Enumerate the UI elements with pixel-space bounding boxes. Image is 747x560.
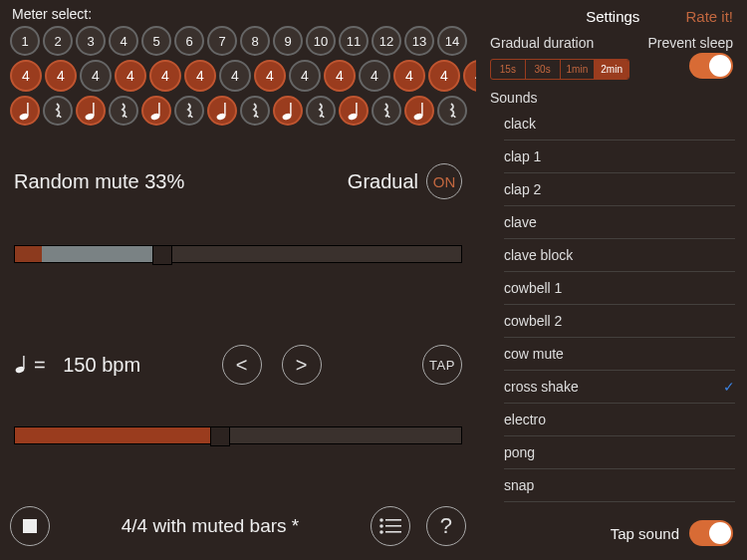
- sound-option[interactable]: snap: [504, 469, 735, 502]
- meter-count-1[interactable]: 1: [10, 26, 40, 56]
- preset-label: 4/4 with muted bars *: [122, 515, 299, 537]
- sound-option[interactable]: cow mute: [504, 338, 735, 371]
- random-mute-label: Random mute 33%: [14, 170, 184, 193]
- prevent-sleep-label: Prevent sleep: [647, 35, 733, 51]
- meter-beat-9[interactable]: 4: [289, 60, 321, 92]
- sound-option[interactable]: clap 1: [504, 140, 735, 173]
- sound-option[interactable]: clave: [504, 206, 735, 239]
- beat-rest-2[interactable]: [43, 96, 73, 126]
- meter-count-11[interactable]: 11: [339, 26, 369, 56]
- meter-beat-5[interactable]: 4: [149, 60, 181, 92]
- meter-beat-13[interactable]: 4: [428, 60, 460, 92]
- meter-row-2: 44444444444444: [8, 60, 468, 92]
- meter-beat-3[interactable]: 4: [80, 60, 112, 92]
- tap-button[interactable]: TAP: [422, 345, 462, 385]
- check-icon: ✓: [723, 379, 735, 395]
- slider-thumb[interactable]: [210, 426, 230, 446]
- tap-sound-label: Tap sound: [611, 525, 679, 542]
- duration-option-15s[interactable]: 15s: [491, 60, 526, 79]
- gradual-toggle[interactable]: ON: [426, 163, 462, 199]
- meter-beat-7[interactable]: 4: [219, 60, 251, 92]
- meter-count-8[interactable]: 8: [240, 26, 270, 56]
- tempo-up-button[interactable]: >: [282, 345, 322, 385]
- beat-note-3[interactable]: [76, 96, 106, 126]
- meter-beat-8[interactable]: 4: [254, 60, 286, 92]
- prevent-sleep-toggle[interactable]: [689, 53, 733, 79]
- gradual-duration-label: Gradual duration: [490, 35, 594, 51]
- gradual-duration-segment: 15s30s1min2min: [490, 59, 629, 80]
- meter-count-14[interactable]: 14: [437, 26, 467, 56]
- sounds-label: Sounds: [476, 80, 747, 108]
- list-icon: [379, 518, 401, 534]
- tempo-down-button[interactable]: <: [222, 345, 262, 385]
- beat-note-13[interactable]: [404, 96, 434, 126]
- sound-option[interactable]: cowbell 2: [504, 305, 735, 338]
- tap-sound-toggle[interactable]: [689, 520, 733, 546]
- beat-note-7[interactable]: [207, 96, 237, 126]
- meter-count-12[interactable]: 12: [372, 26, 401, 56]
- meter-beat-2[interactable]: 4: [45, 60, 77, 92]
- meter-count-6[interactable]: 6: [174, 26, 204, 56]
- meter-beat-1[interactable]: 4: [10, 60, 42, 92]
- help-button[interactable]: ?: [426, 506, 466, 546]
- meter-beat-12[interactable]: 4: [393, 60, 425, 92]
- meter-count-3[interactable]: 3: [76, 26, 106, 56]
- meter-row-3: [8, 96, 468, 126]
- beat-rest-10[interactable]: [306, 96, 336, 126]
- duration-option-30s[interactable]: 30s: [526, 60, 561, 79]
- duration-option-2min[interactable]: 2min: [595, 60, 628, 79]
- beat-note-9[interactable]: [273, 96, 303, 126]
- beat-note-11[interactable]: [339, 96, 369, 126]
- meter-count-4[interactable]: 4: [109, 26, 138, 56]
- tempo-display: = 150 bpm: [14, 354, 140, 377]
- sound-option[interactable]: clap 2: [504, 173, 735, 206]
- sound-option[interactable]: clack: [504, 108, 735, 140]
- beat-note-1[interactable]: [10, 96, 40, 126]
- settings-title: Settings: [540, 8, 685, 25]
- sound-option[interactable]: cowbell 1: [504, 272, 735, 305]
- stop-button[interactable]: [10, 506, 50, 546]
- duration-option-1min[interactable]: 1min: [561, 60, 596, 79]
- beat-note-5[interactable]: [141, 96, 171, 126]
- meter-select-label: Meter select:: [12, 6, 468, 22]
- slider-thumb[interactable]: [152, 245, 172, 265]
- beat-rest-14[interactable]: [437, 96, 467, 126]
- meter-count-2[interactable]: 2: [43, 26, 73, 56]
- preset-list-button[interactable]: [371, 506, 410, 546]
- rate-it-link[interactable]: Rate it!: [685, 8, 733, 25]
- meter-count-9[interactable]: 9: [273, 26, 303, 56]
- sound-option[interactable]: pong: [504, 436, 735, 469]
- random-mute-slider[interactable]: [14, 245, 462, 263]
- meter-count-5[interactable]: 5: [141, 26, 171, 56]
- beat-rest-4[interactable]: [109, 96, 138, 126]
- meter-row-1: 1234567891011121314: [8, 26, 468, 56]
- tempo-slider[interactable]: [14, 426, 462, 444]
- meter-beat-4[interactable]: 4: [115, 60, 146, 92]
- meter-count-7[interactable]: 7: [207, 26, 237, 56]
- gradual-label: Gradual: [348, 170, 418, 193]
- meter-beat-6[interactable]: 4: [184, 60, 216, 92]
- sound-option[interactable]: cross shake✓: [504, 371, 735, 404]
- meter-beat-11[interactable]: 4: [359, 60, 390, 92]
- meter-beat-10[interactable]: 4: [324, 60, 356, 92]
- stop-icon: [23, 519, 37, 533]
- sound-option[interactable]: clave block: [504, 239, 735, 272]
- meter-count-13[interactable]: 13: [404, 26, 434, 56]
- sound-option[interactable]: electro: [504, 404, 735, 436]
- beat-rest-6[interactable]: [174, 96, 204, 126]
- meter-count-10[interactable]: 10: [306, 26, 336, 56]
- beat-rest-8[interactable]: [240, 96, 270, 126]
- beat-rest-12[interactable]: [372, 96, 401, 126]
